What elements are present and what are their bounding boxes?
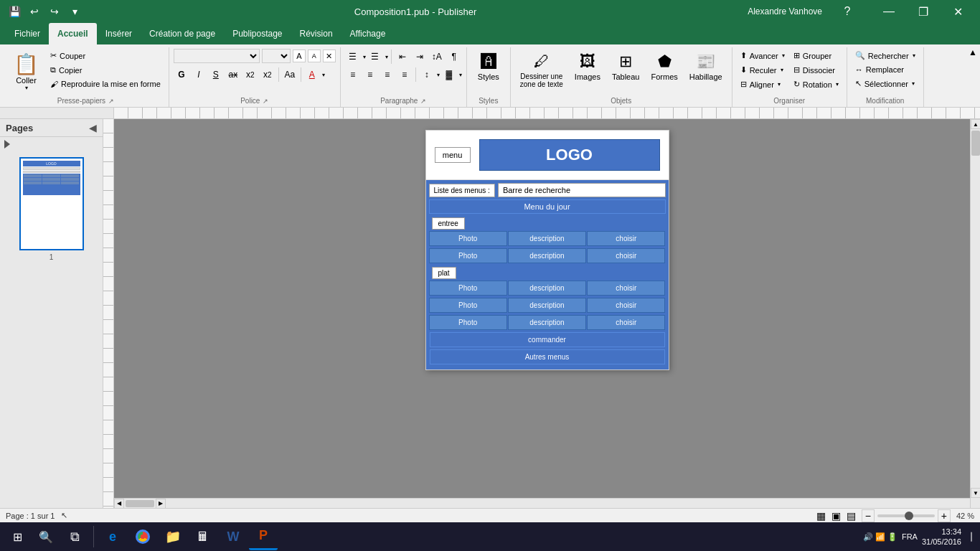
- calculator-button[interactable]: 🖩: [189, 523, 217, 550]
- pages-panel-collapse[interactable]: ◀: [89, 122, 97, 133]
- spacing-arrow[interactable]: ▾: [437, 72, 440, 78]
- zoom-minus-button[interactable]: −: [862, 509, 875, 522]
- help-button[interactable]: ?: [831, 0, 864, 23]
- shading-button[interactable]: ▓: [441, 67, 457, 83]
- align-right-button[interactable]: ≡: [380, 67, 395, 83]
- presse-papiers-expand[interactable]: ↗: [108, 98, 114, 105]
- rotation-button[interactable]: ↻ Rotation ▾: [790, 77, 842, 91]
- underline-button[interactable]: S: [208, 67, 224, 83]
- numbering-arrow[interactable]: ▾: [385, 54, 388, 60]
- quick-redo-button[interactable]: ↪: [46, 3, 63, 20]
- tab-revision[interactable]: Révision: [291, 23, 341, 44]
- aligner-button[interactable]: ⊟ Aligner ▾: [737, 77, 788, 91]
- indent-more-button[interactable]: ⇥: [412, 49, 428, 65]
- tab-affichage[interactable]: Affichage: [341, 23, 395, 44]
- paragraphe-expand[interactable]: ↗: [420, 98, 426, 105]
- dissocier-button[interactable]: ⊟ Dissocier: [790, 63, 842, 77]
- scroll-thumb-v[interactable]: [971, 131, 980, 156]
- zoom-slider[interactable]: [877, 514, 935, 517]
- start-button[interactable]: ⊞: [3, 523, 32, 550]
- item-choisir-1[interactable]: choisir: [587, 231, 665, 246]
- bullets-arrow[interactable]: ▾: [363, 54, 366, 60]
- word-button[interactable]: W: [219, 523, 248, 550]
- habillage-button[interactable]: 📰 Habillage: [684, 49, 727, 85]
- quick-more-button[interactable]: ▾: [66, 3, 83, 20]
- font-color-arrow[interactable]: ▾: [322, 72, 325, 78]
- doc-menu-button[interactable]: menu: [435, 147, 471, 163]
- ribbon-collapse[interactable]: ▲: [969, 47, 977, 107]
- justify-button[interactable]: ≡: [397, 67, 413, 83]
- tab-fichier[interactable]: Fichier: [6, 23, 49, 44]
- coller-button[interactable]: 📋 Coller ▾: [7, 49, 45, 95]
- subscript-button[interactable]: x2: [260, 67, 275, 83]
- shading-arrow[interactable]: ▾: [459, 72, 462, 78]
- page-thumbnail-1[interactable]: LOGO: [19, 157, 84, 250]
- task-view-button[interactable]: ⧉: [60, 523, 89, 550]
- dessiner-button[interactable]: 🖊 Dessiner unezone de texte: [515, 49, 568, 92]
- images-button[interactable]: 🖼 Images: [570, 49, 606, 85]
- bullets-button[interactable]: ☰: [345, 49, 361, 65]
- scroll-right-button[interactable]: ▶: [156, 499, 166, 509]
- quick-save-button[interactable]: 💾: [6, 3, 23, 20]
- minimize-button[interactable]: —: [872, 0, 905, 23]
- rechercher-button[interactable]: 🔍 Rechercher ▾: [852, 49, 919, 62]
- vertical-scrollbar[interactable]: ▲ ▼: [970, 119, 980, 508]
- font-clear-button[interactable]: ✕: [323, 50, 336, 62]
- restore-button[interactable]: ❐: [907, 0, 940, 23]
- doc-logo[interactable]: LOGO: [479, 139, 660, 171]
- align-left-button[interactable]: ≡: [345, 67, 361, 83]
- font-name-select[interactable]: [174, 49, 260, 63]
- item-choisir-2[interactable]: choisir: [587, 248, 665, 263]
- view-two-button[interactable]: ▤: [847, 510, 856, 522]
- canvas-area[interactable]: menu LOGO Liste des menus : Barre de rec…: [114, 119, 980, 508]
- font-color-button[interactable]: A: [304, 67, 320, 83]
- remplacer-button[interactable]: ↔ Remplacer: [852, 63, 919, 76]
- copier-button[interactable]: ⧉ Copier: [47, 63, 164, 77]
- show-desktop-button[interactable]: ▕: [966, 532, 971, 542]
- formes-button[interactable]: ⬟ Formes: [646, 49, 682, 85]
- quick-undo-button[interactable]: ↩: [26, 3, 43, 20]
- tab-creation-page[interactable]: Création de page: [141, 23, 224, 44]
- scroll-up-button[interactable]: ▲: [971, 119, 980, 129]
- font-grow-button[interactable]: A: [293, 50, 306, 62]
- tab-accueil[interactable]: Accueil: [49, 23, 97, 44]
- font-shrink-button[interactable]: A: [308, 50, 321, 62]
- indent-less-button[interactable]: ⇤: [395, 49, 410, 65]
- plat-choisir-2[interactable]: choisir: [587, 298, 665, 313]
- scroll-left-button[interactable]: ◀: [114, 499, 124, 509]
- search-button[interactable]: 🔍: [33, 524, 59, 550]
- avancer-button[interactable]: ⬆ Avancer ▾: [737, 49, 788, 62]
- view-master-button[interactable]: ▣: [831, 510, 841, 522]
- tableau-button[interactable]: ⊞ Tableau: [607, 49, 645, 85]
- align-center-button[interactable]: ≡: [362, 67, 378, 83]
- chrome-button[interactable]: [128, 523, 157, 550]
- tab-inserer[interactable]: Insérer: [97, 23, 141, 44]
- zoom-plus-button[interactable]: +: [938, 509, 951, 522]
- show-marks-button[interactable]: ¶: [446, 49, 462, 65]
- scroll-down-button[interactable]: ▼: [971, 488, 980, 498]
- plat-choisir-1[interactable]: choisir: [587, 281, 665, 296]
- doc-search-input[interactable]: Barre de recherche: [498, 183, 666, 197]
- horizontal-scrollbar[interactable]: ◀ ▶: [114, 498, 970, 508]
- line-spacing-button[interactable]: ↕: [419, 67, 435, 83]
- italic-button[interactable]: I: [191, 67, 207, 83]
- publisher-button[interactable]: P: [249, 523, 278, 550]
- commander-button[interactable]: commander: [430, 332, 665, 347]
- view-normal-button[interactable]: ▦: [816, 510, 826, 522]
- close-button[interactable]: ✕: [941, 0, 974, 23]
- styles-button[interactable]: 🅰 Styles: [471, 49, 506, 85]
- font-size-select[interactable]: [262, 49, 291, 63]
- explorer-button[interactable]: 📁: [159, 523, 187, 550]
- scroll-thumb-h[interactable]: [126, 500, 154, 507]
- superscript-button[interactable]: x2: [242, 67, 258, 83]
- case-button[interactable]: Aa: [282, 67, 298, 83]
- plat-choisir-3[interactable]: choisir: [587, 315, 665, 330]
- selectionner-button[interactable]: ↖ Sélectionner ▾: [852, 77, 919, 90]
- police-expand[interactable]: ↗: [263, 98, 268, 105]
- sort-button[interactable]: ↕A: [429, 49, 445, 65]
- numbering-button[interactable]: ☰: [367, 49, 383, 65]
- couper-button[interactable]: ✂ Couper: [47, 49, 164, 62]
- bold-button[interactable]: G: [174, 67, 189, 83]
- strikethrough-button[interactable]: ax: [225, 67, 241, 83]
- reproduire-button[interactable]: 🖌 Reproduire la mise en forme: [47, 77, 164, 90]
